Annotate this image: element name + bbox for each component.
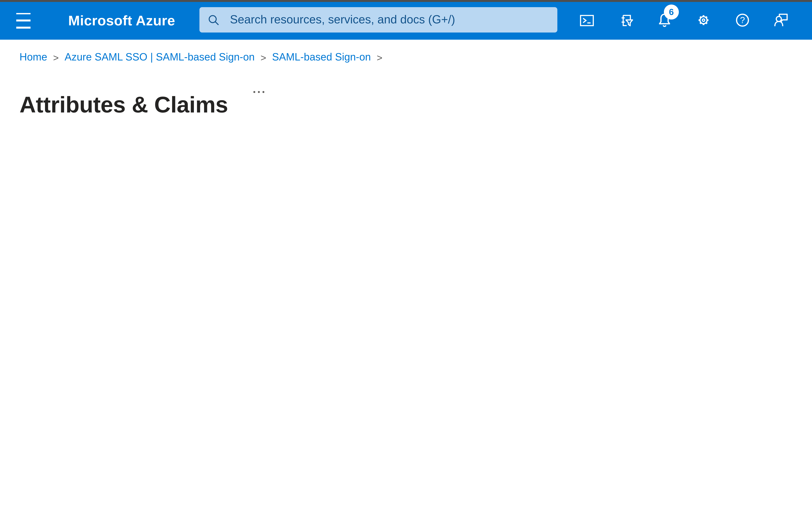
- global-search-box[interactable]: [199, 7, 557, 32]
- page-title: Attributes & Claims: [20, 92, 228, 118]
- breadcrumb-home-link[interactable]: Home: [20, 51, 47, 63]
- svg-text:?: ?: [740, 15, 745, 25]
- window-top-edge: [0, 0, 812, 2]
- hamburger-menu-icon[interactable]: [16, 13, 31, 28]
- search-input[interactable]: [229, 12, 557, 27]
- topbar-icon-group: 6 ?: [572, 6, 796, 34]
- brand-logo[interactable]: Microsoft Azure: [68, 2, 175, 40]
- notifications-bell-icon[interactable]: 6: [650, 6, 679, 34]
- breadcrumb-separator: >: [53, 52, 59, 63]
- breadcrumb-separator: >: [260, 52, 266, 63]
- directory-filter-icon[interactable]: [611, 6, 640, 34]
- feedback-icon[interactable]: [767, 6, 796, 34]
- cloud-shell-icon[interactable]: [572, 6, 601, 34]
- search-icon: [207, 13, 220, 26]
- help-icon[interactable]: ?: [728, 6, 757, 34]
- breadcrumb: Home > Azure SAML SSO | SAML-based Sign-…: [20, 51, 388, 64]
- azure-portal-window: Microsoft Azure: [0, 0, 812, 129]
- breadcrumb-signon-link[interactable]: SAML-based Sign-on: [272, 51, 371, 63]
- breadcrumb-separator: >: [377, 52, 382, 63]
- notification-badge: 6: [664, 4, 679, 20]
- breadcrumb-app-link[interactable]: Azure SAML SSO | SAML-based Sign-on: [65, 51, 255, 63]
- settings-gear-icon[interactable]: [689, 6, 718, 34]
- title-more-options-icon[interactable]: [251, 87, 266, 96]
- topbar: Microsoft Azure: [0, 2, 812, 40]
